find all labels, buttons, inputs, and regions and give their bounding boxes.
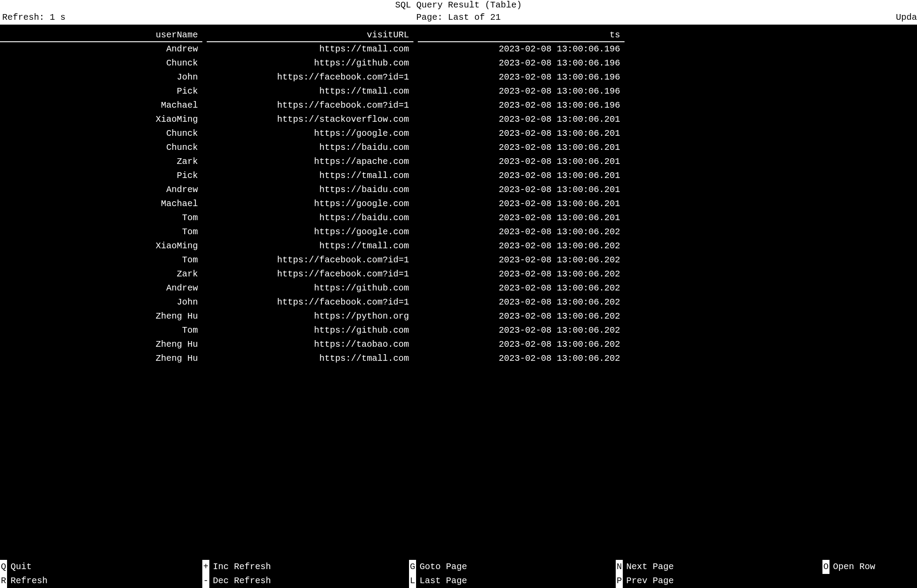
cell-username: Chunck xyxy=(0,141,202,155)
shortcut-key: N xyxy=(616,560,623,574)
table-row[interactable]: Tomhttps://baidu.com2023-02-08 13:00:06.… xyxy=(0,211,917,225)
table-row[interactable]: Tomhttps://google.com2023-02-08 13:00:06… xyxy=(0,225,917,239)
cell-username: Tom xyxy=(0,323,202,338)
cell-visiturl: https://google.com xyxy=(207,225,413,239)
cell-visiturl: https://facebook.com?id=1 xyxy=(207,295,413,309)
column-header-visiturl: visitURL xyxy=(207,29,413,42)
cell-visiturl: https://github.com xyxy=(207,56,413,70)
cell-visiturl: https://python.org xyxy=(207,309,413,323)
cell-username: John xyxy=(0,70,202,84)
footer-shortcut[interactable]: LLast Page xyxy=(409,574,616,588)
table-row[interactable]: Pickhttps://tmall.com2023-02-08 13:00:06… xyxy=(0,169,917,183)
cell-username: Tom xyxy=(0,253,202,267)
cell-visiturl: https://tmall.com xyxy=(207,352,413,366)
footer-shortcut[interactable]: RRefresh xyxy=(0,574,202,588)
table-row[interactable]: Zarkhttps://apache.com2023-02-08 13:00:0… xyxy=(0,155,917,169)
cell-visiturl: https://baidu.com xyxy=(207,211,413,225)
cell-username: Machael xyxy=(0,197,202,211)
shortcut-label: Refresh xyxy=(11,574,47,588)
footer-row-1: QQuit+Inc RefreshGGoto PageNNext PageOOp… xyxy=(0,560,917,574)
cell-ts: 2023-02-08 13:00:06.202 xyxy=(418,309,625,323)
cell-username: Machael xyxy=(0,98,202,113)
shortcut-label: Inc Refresh xyxy=(213,560,271,574)
header-bar: SQL Query Result (Table) Refresh: 1 s Pa… xyxy=(0,0,917,25)
table-row[interactable]: Machaelhttps://google.com2023-02-08 13:0… xyxy=(0,197,917,211)
cell-username: Zheng Hu xyxy=(0,309,202,323)
table-row[interactable]: Pickhttps://tmall.com2023-02-08 13:00:06… xyxy=(0,84,917,98)
shortcut-key: + xyxy=(202,560,209,574)
table-row[interactable]: Tomhttps://github.com2023-02-08 13:00:06… xyxy=(0,323,917,338)
cell-username: Chunck xyxy=(0,127,202,141)
cell-ts: 2023-02-08 13:00:06.202 xyxy=(418,239,625,253)
footer-shortcut[interactable]: -Dec Refresh xyxy=(202,574,409,588)
cell-visiturl: https://tmall.com xyxy=(207,169,413,183)
footer-shortcut[interactable]: +Inc Refresh xyxy=(202,560,409,574)
table-row[interactable]: Johnhttps://facebook.com?id=12023-02-08 … xyxy=(0,70,917,84)
result-table: userName visitURL ts Andrewhttps://tmall… xyxy=(0,25,917,366)
table-body: Andrewhttps://tmall.com2023-02-08 13:00:… xyxy=(0,42,917,366)
shortcut-key: - xyxy=(202,574,209,588)
cell-username: Zheng Hu xyxy=(0,338,202,352)
cell-ts: 2023-02-08 13:00:06.201 xyxy=(418,113,625,127)
footer-shortcut[interactable]: OOpen Row xyxy=(822,560,917,574)
table-row[interactable]: Machaelhttps://facebook.com?id=12023-02-… xyxy=(0,98,917,113)
cell-visiturl: https://baidu.com xyxy=(207,183,413,197)
table-row[interactable]: Chunckhttps://github.com2023-02-08 13:00… xyxy=(0,56,917,70)
table-header-row: userName visitURL ts xyxy=(0,29,917,42)
footer-row-2: RRefresh-Dec RefreshLLast PagePPrev Page xyxy=(0,574,917,588)
cell-ts: 2023-02-08 13:00:06.196 xyxy=(418,84,625,98)
cell-ts: 2023-02-08 13:00:06.201 xyxy=(418,169,625,183)
column-header-ts: ts xyxy=(418,29,625,42)
footer-shortcut[interactable] xyxy=(822,574,917,588)
shortcut-key: O xyxy=(822,560,829,574)
table-row[interactable]: Chunckhttps://baidu.com2023-02-08 13:00:… xyxy=(0,141,917,155)
cell-username: Andrew xyxy=(0,42,202,56)
table-row[interactable]: XiaoMinghttps://tmall.com2023-02-08 13:0… xyxy=(0,239,917,253)
cell-ts: 2023-02-08 13:00:06.202 xyxy=(418,338,625,352)
cell-ts: 2023-02-08 13:00:06.202 xyxy=(418,295,625,309)
shortcut-label: Quit xyxy=(11,560,32,574)
footer-shortcut[interactable]: QQuit xyxy=(0,560,202,574)
page-status: Page: Last of 21 xyxy=(0,12,917,23)
footer-shortcut[interactable]: NNext Page xyxy=(616,560,822,574)
page-title: SQL Query Result (Table) xyxy=(0,0,917,11)
update-status: Upda xyxy=(896,12,917,23)
shortcut-key: R xyxy=(0,574,7,588)
table-row[interactable]: Zheng Huhttps://tmall.com2023-02-08 13:0… xyxy=(0,352,917,366)
cell-ts: 2023-02-08 13:00:06.201 xyxy=(418,141,625,155)
table-row[interactable]: Zheng Huhttps://taobao.com2023-02-08 13:… xyxy=(0,338,917,352)
footer-shortcut[interactable]: GGoto Page xyxy=(409,560,616,574)
table-row[interactable]: Andrewhttps://baidu.com2023-02-08 13:00:… xyxy=(0,183,917,197)
cell-visiturl: https://taobao.com xyxy=(207,338,413,352)
table-row[interactable]: Johnhttps://facebook.com?id=12023-02-08 … xyxy=(0,295,917,309)
cell-ts: 2023-02-08 13:00:06.202 xyxy=(418,225,625,239)
shortcut-label: Open Row xyxy=(833,560,875,574)
table-row[interactable]: Zheng Huhttps://python.org2023-02-08 13:… xyxy=(0,309,917,323)
cell-ts: 2023-02-08 13:00:06.202 xyxy=(418,323,625,338)
cell-username: Zark xyxy=(0,155,202,169)
cell-visiturl: https://facebook.com?id=1 xyxy=(207,253,413,267)
cell-visiturl: https://tmall.com xyxy=(207,42,413,56)
shortcut-label: Last Page xyxy=(420,574,467,588)
cell-ts: 2023-02-08 13:00:06.202 xyxy=(418,281,625,295)
table-row[interactable]: Andrewhttps://tmall.com2023-02-08 13:00:… xyxy=(0,42,917,56)
cell-ts: 2023-02-08 13:00:06.202 xyxy=(418,253,625,267)
table-row[interactable]: Andrewhttps://github.com2023-02-08 13:00… xyxy=(0,281,917,295)
table-row[interactable]: XiaoMinghttps://stackoverflow.com2023-02… xyxy=(0,113,917,127)
table-row[interactable]: Tomhttps://facebook.com?id=12023-02-08 1… xyxy=(0,253,917,267)
cell-visiturl: https://github.com xyxy=(207,323,413,338)
cell-username: Chunck xyxy=(0,56,202,70)
cell-ts: 2023-02-08 13:00:06.196 xyxy=(418,42,625,56)
column-header-username: userName xyxy=(0,29,202,42)
table-row[interactable]: Chunckhttps://google.com2023-02-08 13:00… xyxy=(0,127,917,141)
cell-visiturl: https://baidu.com xyxy=(207,141,413,155)
table-row[interactable]: Zarkhttps://facebook.com?id=12023-02-08 … xyxy=(0,267,917,281)
cell-ts: 2023-02-08 13:00:06.201 xyxy=(418,211,625,225)
cell-ts: 2023-02-08 13:00:06.202 xyxy=(418,267,625,281)
footer-shortcut[interactable]: PPrev Page xyxy=(616,574,822,588)
cell-visiturl: https://facebook.com?id=1 xyxy=(207,70,413,84)
cell-username: Zheng Hu xyxy=(0,352,202,366)
cell-username: Andrew xyxy=(0,281,202,295)
cell-ts: 2023-02-08 13:00:06.201 xyxy=(418,127,625,141)
shortcut-label: Dec Refresh xyxy=(213,574,271,588)
